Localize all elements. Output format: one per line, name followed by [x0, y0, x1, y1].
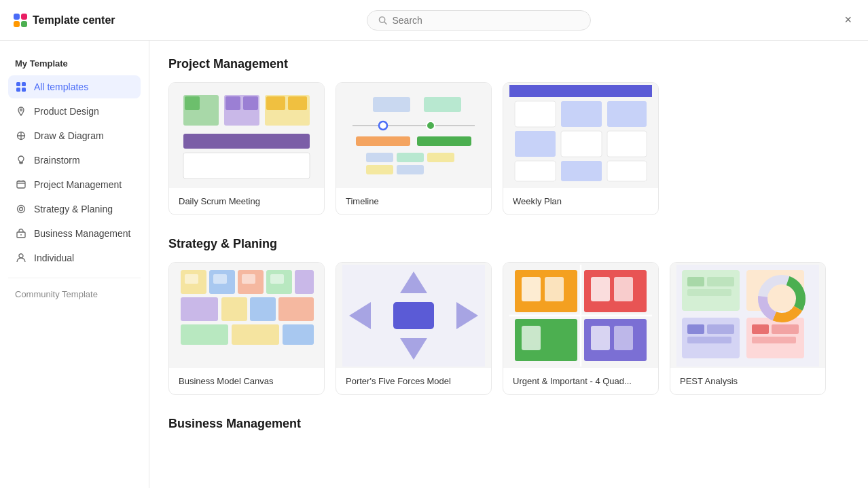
- template-preview-timeline: [336, 83, 491, 188]
- svg-rect-39: [397, 165, 424, 174]
- svg-rect-21: [225, 96, 240, 110]
- svg-rect-79: [545, 277, 564, 301]
- product-design-icon: [15, 105, 27, 117]
- template-card-business-model-canvas[interactable]: Business Model Canvas: [168, 262, 325, 395]
- close-button[interactable]: ×: [842, 10, 854, 30]
- project-management-icon: [15, 179, 27, 191]
- logo-icon: [14, 14, 27, 27]
- sidebar-item-label: Individual: [34, 252, 74, 263]
- template-preview-business-model-canvas: [169, 263, 324, 368]
- sidebar-item-brainstorm[interactable]: Brainstorm: [8, 149, 141, 172]
- template-label-weekly-plan: Weekly Plan: [503, 188, 658, 214]
- svg-rect-81: [614, 277, 633, 301]
- svg-rect-58: [278, 297, 314, 321]
- header: Template center ×: [0, 0, 868, 41]
- svg-rect-98: [707, 324, 734, 334]
- svg-point-14: [20, 208, 23, 211]
- sidebar-item-business-management[interactable]: Business Management: [8, 222, 141, 245]
- svg-rect-48: [561, 161, 602, 181]
- sidebar-item-strategy-planing[interactable]: Strategy & Planing: [8, 198, 141, 221]
- search-input[interactable]: [393, 15, 579, 26]
- section-business-management: Business Management: [168, 417, 849, 431]
- template-preview-porters-five-forces: [336, 263, 491, 368]
- svg-rect-35: [366, 153, 393, 162]
- svg-rect-54: [295, 270, 314, 294]
- sidebar-item-label: Brainstorm: [34, 155, 80, 166]
- app-title: Template center: [33, 14, 115, 26]
- strategy-icon: [15, 203, 27, 215]
- template-card-porters-five-forces[interactable]: Porter's Five Forces Model: [336, 262, 492, 395]
- svg-rect-99: [687, 337, 731, 343]
- svg-point-13: [18, 206, 25, 213]
- svg-rect-8: [20, 162, 22, 164]
- svg-rect-57: [250, 297, 276, 321]
- svg-rect-102: [752, 337, 796, 343]
- svg-rect-67: [393, 302, 434, 329]
- sidebar-item-label: Project Management: [34, 179, 122, 190]
- template-grid-project-management: Daily Scrum Meeting: [168, 82, 849, 215]
- template-card-weekly-plan[interactable]: Weekly Plan: [503, 82, 659, 215]
- sidebar-item-label: Draw & Diagram: [34, 130, 104, 141]
- template-preview-weekly-plan: [503, 83, 658, 188]
- layout: My Template All templates Produ: [0, 41, 868, 488]
- svg-rect-33: [356, 136, 410, 146]
- brainstorm-icon: [15, 154, 27, 166]
- svg-rect-22: [243, 96, 258, 110]
- svg-rect-47: [515, 161, 556, 181]
- sidebar-item-product-design[interactable]: Product Design: [8, 100, 141, 123]
- svg-rect-9: [17, 181, 25, 188]
- svg-rect-27: [183, 153, 310, 179]
- sidebar-item-project-management[interactable]: Project Management: [8, 173, 141, 196]
- grid-icon: [15, 81, 27, 93]
- svg-rect-61: [283, 324, 314, 345]
- svg-rect-24: [266, 96, 285, 110]
- svg-rect-25: [288, 96, 307, 110]
- business-icon: [15, 227, 27, 240]
- template-card-daily-scrum[interactable]: Daily Scrum Meeting: [168, 82, 325, 215]
- sidebar-item-draw-diagram[interactable]: Draw & Diagram: [8, 124, 141, 147]
- svg-rect-2: [16, 82, 20, 86]
- svg-rect-36: [397, 153, 424, 162]
- svg-rect-37: [427, 153, 454, 162]
- svg-rect-56: [221, 297, 247, 321]
- svg-rect-60: [232, 324, 279, 345]
- section-title-business-management: Business Management: [168, 417, 849, 431]
- section-strategy-planing: Strategy & Planing: [168, 237, 849, 395]
- sidebar-item-all-templates[interactable]: All templates: [8, 75, 141, 98]
- search-bar[interactable]: [367, 10, 591, 31]
- svg-point-31: [379, 121, 387, 130]
- sidebar-item-label: All templates: [34, 81, 88, 92]
- template-label-timeline: Timeline: [336, 188, 491, 214]
- individual-icon: [15, 252, 27, 264]
- svg-rect-83: [591, 326, 610, 350]
- sidebar-divider: [8, 278, 141, 278]
- logo-dot-1: [14, 14, 20, 20]
- svg-rect-26: [183, 134, 310, 149]
- svg-rect-38: [366, 165, 393, 174]
- template-preview-urgent-important: [503, 263, 658, 368]
- template-card-pest-analysis[interactable]: PEST Analysis: [670, 262, 826, 395]
- svg-rect-94: [687, 277, 704, 286]
- app-logo: Template center: [14, 14, 115, 27]
- sidebar-item-label: Business Management: [34, 228, 130, 239]
- svg-rect-40: [509, 85, 652, 97]
- my-template-label: My Template: [8, 54, 141, 73]
- sidebar-item-individual[interactable]: Individual: [8, 246, 141, 269]
- svg-point-6: [20, 109, 22, 111]
- svg-point-32: [427, 121, 435, 130]
- search-icon: [378, 16, 387, 25]
- svg-point-17: [19, 254, 23, 258]
- svg-rect-3: [22, 82, 26, 86]
- sidebar-item-label: Product Design: [34, 106, 99, 117]
- community-template-label: Community Template: [8, 286, 141, 302]
- svg-rect-84: [614, 326, 633, 350]
- svg-rect-101: [772, 324, 799, 334]
- svg-rect-19: [185, 96, 200, 110]
- template-card-timeline[interactable]: Timeline: [336, 82, 492, 215]
- svg-rect-55: [181, 297, 218, 321]
- template-grid-strategy-planing: Business Model Canvas: [168, 262, 849, 395]
- svg-rect-43: [607, 101, 647, 127]
- template-card-urgent-important[interactable]: Urgent & Important - 4 Quad...: [503, 262, 659, 395]
- template-preview-daily-scrum: [169, 83, 324, 188]
- main-content: Project Management: [149, 41, 868, 488]
